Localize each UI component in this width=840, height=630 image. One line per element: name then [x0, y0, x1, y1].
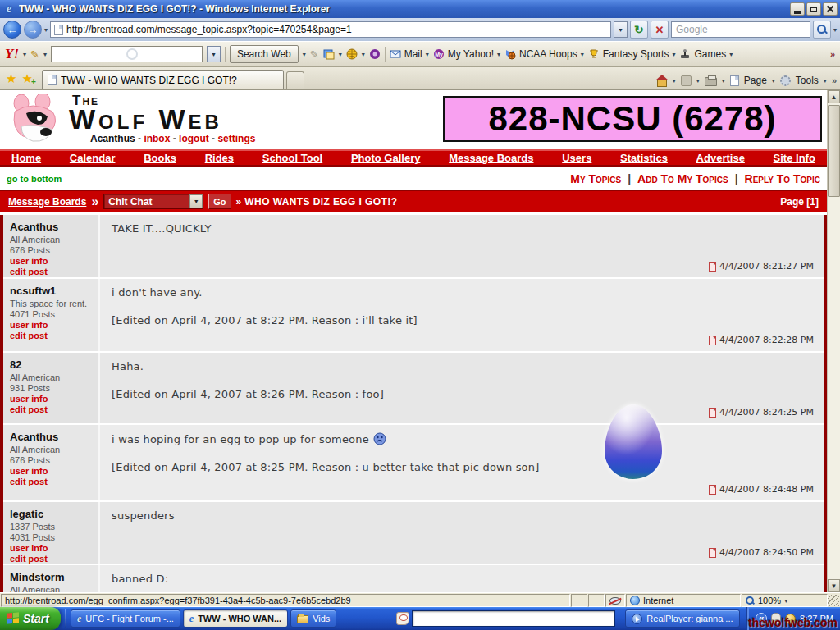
bookmarks-dropdown-icon[interactable]: ▾ [339, 51, 342, 58]
phishing-filter-pane[interactable] [605, 594, 625, 607]
user-info-link[interactable]: user info [10, 466, 94, 477]
logout-link[interactable]: logout [179, 133, 209, 144]
yahoo-search-input[interactable] [51, 46, 203, 62]
close-button[interactable] [823, 2, 838, 16]
pencil-icon[interactable]: ✎ [30, 48, 39, 61]
feeds-dropdown-icon[interactable]: ▾ [696, 77, 700, 84]
search-go-button[interactable] [813, 21, 831, 39]
new-tab-button[interactable] [286, 71, 304, 89]
home-icon[interactable] [656, 75, 668, 85]
ad-banner[interactable]: 828-NCSU (6278) [443, 96, 822, 142]
search-box[interactable]: Google [671, 21, 810, 38]
music-icon[interactable] [369, 48, 381, 60]
page-menu[interactable]: Page [744, 75, 767, 86]
user-info-link[interactable]: user info [10, 543, 94, 554]
nav-school-tool[interactable]: School Tool [262, 152, 322, 164]
tools-dropdown-icon[interactable]: ▾ [824, 77, 827, 84]
bookmarks-icon[interactable] [323, 48, 335, 60]
post-link-icon[interactable] [709, 485, 716, 495]
easter-egg-image[interactable] [603, 403, 664, 481]
web-dropdown-icon[interactable]: ▾ [362, 51, 365, 58]
go-to-bottom-link[interactable]: go to bottom [7, 174, 62, 184]
task-button-realplayer[interactable]: RealPlayer: gianna ... [625, 609, 739, 628]
zoom-dropdown-icon[interactable]: ▾ [784, 597, 788, 605]
stop-button[interactable]: ✕ [651, 21, 669, 39]
edit-post-link[interactable]: edit post [10, 331, 94, 341]
nav-advertise[interactable]: Advertise [696, 152, 745, 164]
address-bar[interactable]: http://brentroad.com/message_topic.aspx?… [50, 21, 611, 38]
post-link-icon[interactable] [709, 548, 716, 558]
post-author-name[interactable]: Mindstorm [10, 571, 94, 583]
tools-menu[interactable]: Tools [796, 75, 819, 86]
edit-post-link[interactable]: edit post [10, 404, 94, 415]
resize-grip[interactable] [828, 595, 839, 606]
nav-calendar[interactable]: Calendar [70, 152, 116, 164]
address-dropdown-button[interactable]: ▾ [614, 21, 628, 38]
highlighter-icon[interactable]: ✎ [310, 48, 319, 61]
scrollbar-thumb[interactable] [828, 105, 840, 197]
favorites-icon[interactable]: ★ [6, 71, 16, 86]
nav-statistics[interactable]: Statistics [620, 152, 668, 164]
start-button[interactable]: Start [0, 607, 61, 630]
my-yahoo-item[interactable]: My My Yahoo!▾ [433, 48, 500, 60]
user-info-link[interactable]: user info [10, 256, 94, 267]
post-author-name[interactable]: Acanthus [10, 221, 94, 233]
tww-logo[interactable]: The Wolf Web Acanthus - inbox - logout -… [5, 94, 255, 146]
nav-rides[interactable]: Rides [205, 152, 234, 164]
back-button[interactable]: ← [3, 21, 21, 39]
minimize-button[interactable] [790, 2, 805, 16]
nav-books[interactable]: Books [144, 152, 176, 164]
vertical-scrollbar[interactable]: ▲ ▼ [827, 90, 840, 592]
nav-message-boards[interactable]: Message Boards [449, 152, 533, 164]
pencil-dropdown-icon[interactable]: ▾ [43, 51, 47, 58]
fantasy-sports-item[interactable]: Fantasy Sports▾ [588, 48, 676, 60]
post-author-name[interactable]: Acanthus [10, 431, 94, 443]
task-button-tww-active[interactable]: e TWW - WHO WAN... [183, 609, 288, 628]
commandbar-overflow-icon[interactable]: » [832, 75, 837, 85]
ncaa-hoops-item[interactable]: NCAA Hoops▾ [504, 48, 584, 60]
print-icon[interactable] [705, 77, 717, 86]
my-topics-link[interactable]: My Topics [570, 172, 621, 185]
yahoo-search-dropdown-button[interactable]: ▾ [207, 46, 221, 62]
page-menu-icon[interactable] [730, 75, 739, 86]
address-url[interactable]: http://brentroad.com/message_topic.aspx?… [66, 24, 607, 35]
post-author-name[interactable]: legatic [10, 508, 94, 520]
page-dropdown-icon[interactable]: ▾ [772, 77, 775, 84]
browser-tab[interactable]: TWW - WHO WANTS DIZ EGG I GOT!? [42, 70, 284, 89]
post-author-name[interactable]: 82 [10, 358, 94, 371]
post-link-icon[interactable] [709, 336, 716, 345]
inbox-link[interactable]: inbox [144, 133, 170, 144]
add-favorite-icon[interactable]: ★ [21, 71, 32, 86]
history-dropdown-icon[interactable]: ▾ [44, 26, 48, 34]
toolbar-overflow-icon[interactable]: » [830, 49, 835, 59]
zoom-pane[interactable]: 100% ▾ [742, 594, 828, 607]
forward-button[interactable]: → [24, 21, 42, 39]
nav-site-info[interactable]: Site Info [774, 152, 815, 164]
add-to-my-topics-link[interactable]: Add To My Topics [637, 172, 728, 185]
restore-button[interactable] [806, 2, 821, 16]
search-web-dropdown-icon[interactable]: ▾ [303, 51, 306, 58]
search-web-button[interactable]: Search Web [230, 45, 299, 63]
nav-photo-gallery[interactable]: Photo Gallery [351, 152, 421, 164]
go-button[interactable]: Go [208, 194, 231, 209]
edit-post-link[interactable]: edit post [10, 477, 94, 487]
games-item[interactable]: Games▾ [679, 48, 733, 60]
nav-users[interactable]: Users [562, 152, 591, 164]
user-info-link[interactable]: user info [10, 320, 94, 331]
messenger-icon[interactable] [396, 612, 409, 625]
scrollbar-track[interactable] [828, 103, 840, 579]
home-dropdown-icon[interactable]: ▾ [673, 77, 676, 84]
search-options-dropdown-icon[interactable]: ▾ [833, 26, 837, 34]
edit-post-link[interactable]: edit post [10, 267, 94, 277]
gear-icon[interactable] [780, 75, 791, 86]
post-link-icon[interactable] [709, 408, 716, 418]
post-author-name[interactable]: ncsuftw1 [10, 285, 94, 297]
edit-post-link[interactable]: edit post [10, 554, 94, 564]
yahoo-menu-dropdown-icon[interactable]: ▾ [23, 51, 26, 58]
yahoo-logo[interactable]: Y! [5, 46, 19, 62]
yahoo-mail-item[interactable]: Mail▾ [390, 48, 429, 60]
post-link-icon[interactable] [709, 262, 716, 272]
print-dropdown-icon[interactable]: ▾ [722, 77, 725, 84]
web-globe-icon[interactable] [346, 48, 358, 60]
message-boards-link[interactable]: Message Boards [8, 196, 86, 208]
